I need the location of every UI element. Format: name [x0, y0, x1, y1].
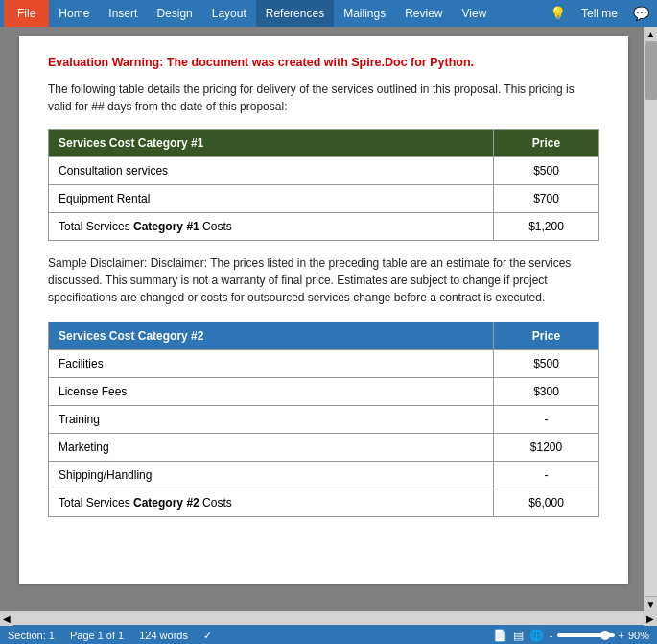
- evaluation-warning: Evaluation Warning: The document was cre…: [48, 56, 599, 69]
- table2-row2-price: $300: [494, 378, 599, 406]
- table2-row2-label: License Fees: [49, 378, 494, 406]
- table-row: Consultation services $500: [49, 157, 599, 185]
- status-bar: Section: 1 Page 1 of 1 124 words ✓ 📄 ▤ 🌐…: [0, 625, 657, 644]
- section-info: Section: 1: [8, 630, 55, 641]
- table2-header-col2: Price: [494, 322, 599, 350]
- print-layout-icon[interactable]: ▤: [513, 629, 524, 642]
- table1-row3-price: $1,200: [494, 213, 599, 241]
- scroll-thumb[interactable]: [645, 42, 657, 100]
- status-right: 📄 ▤ 🌐 - + 90%: [493, 629, 649, 642]
- ribbon-icons: 💡 Tell me 💬: [546, 6, 653, 21]
- table-row: Marketing $1200: [49, 434, 599, 462]
- intro-paragraph: The following table details the pricing …: [48, 81, 599, 115]
- table2-row1-label: Facilities: [49, 350, 494, 378]
- scroll-right-button[interactable]: ▶: [644, 612, 657, 626]
- scroll-up-button[interactable]: ▲: [645, 27, 658, 42]
- table-row: Total Services Category #2 Costs $6,000: [49, 489, 599, 517]
- ribbon-view[interactable]: View: [453, 0, 497, 27]
- table2-row1-price: $500: [494, 350, 599, 378]
- disclaimer-text: Sample Disclaimer: Disclaimer: The price…: [48, 254, 599, 306]
- file-menu[interactable]: File: [4, 0, 49, 27]
- ribbon-review[interactable]: Review: [395, 0, 452, 27]
- table2-row3-label: Training: [49, 406, 494, 434]
- table1-row2-price: $700: [494, 185, 599, 213]
- document-page: Evaluation Warning: The document was cre…: [19, 36, 628, 584]
- table-row: License Fees $300: [49, 378, 599, 406]
- table-row: Facilities $500: [49, 350, 599, 378]
- table2-row5-label: Shipping/Handling: [49, 462, 494, 489]
- table1: Services Cost Category #1 Price Consulta…: [48, 129, 599, 241]
- proofing-icon[interactable]: ✓: [203, 630, 212, 642]
- table2-row4-price: $1200: [494, 434, 599, 462]
- comment-icon[interactable]: 💬: [629, 6, 653, 21]
- table1-row1-label: Consultation services: [49, 157, 494, 185]
- table-row: Training -: [49, 406, 599, 434]
- table2-row3-price: -: [494, 406, 599, 434]
- ribbon-references[interactable]: References: [256, 0, 334, 27]
- scroll-track[interactable]: [645, 42, 657, 596]
- read-mode-icon[interactable]: 📄: [493, 629, 507, 642]
- page-info: Page 1 of 1: [70, 630, 124, 641]
- vertical-scrollbar[interactable]: ▲ ▼: [644, 27, 657, 611]
- zoom-control[interactable]: - + 90%: [550, 630, 649, 641]
- word-count: 124 words: [139, 630, 188, 641]
- zoom-thumb[interactable]: [600, 631, 610, 640]
- table1-row3-label: Total Services Category #1 Costs: [49, 213, 494, 241]
- ribbon: File Home Insert Design Layout Reference…: [0, 0, 657, 27]
- table1-header-col2: Price: [494, 130, 599, 157]
- document-area: Evaluation Warning: The document was cre…: [0, 27, 657, 611]
- h-scroll-track[interactable]: [13, 612, 644, 625]
- tell-me-label[interactable]: Tell me: [577, 7, 622, 20]
- zoom-slider[interactable]: [557, 633, 615, 637]
- ribbon-home[interactable]: Home: [49, 0, 99, 27]
- ribbon-mailings[interactable]: Mailings: [334, 0, 395, 27]
- zoom-level: 90%: [628, 630, 649, 641]
- ribbon-layout[interactable]: Layout: [202, 0, 256, 27]
- ribbon-insert[interactable]: Insert: [99, 0, 147, 27]
- scroll-down-button[interactable]: ▼: [645, 596, 658, 611]
- horizontal-scrollbar: ◀ ▶: [0, 611, 657, 625]
- table1-row1-price: $500: [494, 157, 599, 185]
- table1-row2-label: Equipment Rental: [49, 185, 494, 213]
- table2-header-col1: Services Cost Category #2: [49, 322, 494, 350]
- table1-row3-bold: Category #1: [133, 220, 199, 233]
- table-row: Shipping/Handling -: [49, 462, 599, 489]
- table-row: Equipment Rental $700: [49, 185, 599, 213]
- web-layout-icon[interactable]: 🌐: [529, 629, 544, 642]
- table2-row6-price: $6,000: [494, 489, 599, 517]
- table2-row4-label: Marketing: [49, 434, 494, 462]
- lightbulb-icon[interactable]: 💡: [546, 6, 570, 21]
- table2: Services Cost Category #2 Price Faciliti…: [48, 322, 599, 517]
- table2-row6-label: Total Services Category #2 Costs: [49, 489, 494, 517]
- ribbon-design[interactable]: Design: [147, 0, 201, 27]
- zoom-minus[interactable]: -: [550, 630, 553, 641]
- scroll-left-button[interactable]: ◀: [0, 612, 13, 626]
- table-row: Total Services Category #1 Costs $1,200: [49, 213, 599, 241]
- zoom-plus[interactable]: +: [619, 630, 624, 641]
- table2-row6-bold: Category #2: [133, 496, 199, 510]
- table2-row5-price: -: [494, 462, 599, 489]
- document-scroll[interactable]: Evaluation Warning: The document was cre…: [0, 27, 644, 611]
- table1-header-col1: Services Cost Category #1: [49, 130, 494, 157]
